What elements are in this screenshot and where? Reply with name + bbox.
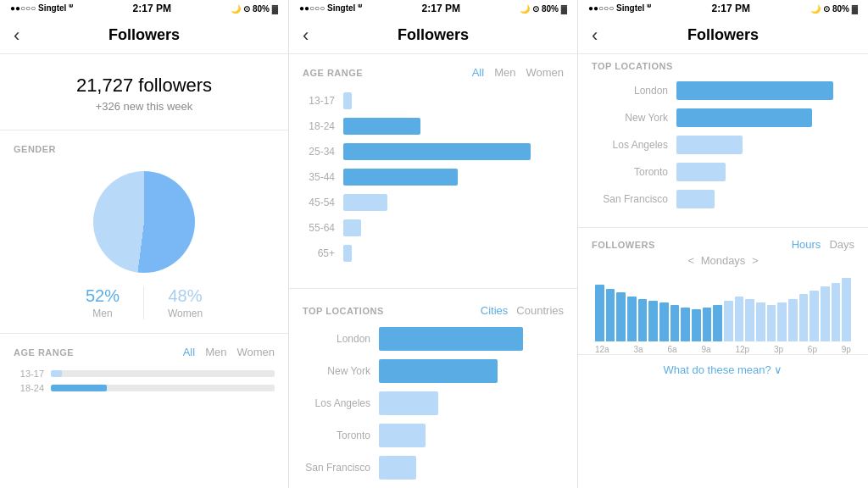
bar-fill-13-17	[343, 92, 352, 109]
hour-bar-18	[788, 299, 798, 341]
city-h-row-london: London	[592, 81, 854, 100]
bar-track-55-64	[343, 219, 564, 236]
back-button-1[interactable]: ‹	[14, 25, 19, 47]
age-range-label-2: AGE RANGE	[303, 68, 472, 78]
hour-bar-23	[842, 278, 851, 341]
city-h-row-sf: San Francisco	[592, 190, 854, 208]
age-tab-all-2[interactable]: All	[472, 66, 484, 79]
city-h-bar-toronto	[676, 163, 726, 181]
hour-bar-8	[681, 308, 690, 341]
hour-bar-21	[821, 286, 830, 341]
what-mean[interactable]: What do these mean? ∨	[578, 355, 868, 385]
hour-label-12a: 12a	[595, 345, 609, 354]
loc-tabs: Cities Countries	[481, 304, 564, 317]
bar-fill-55-64	[343, 219, 361, 236]
hour-bar-12	[724, 301, 733, 341]
mini-bar-fill-13-17	[51, 370, 62, 377]
city-h-label-sf: San Francisco	[592, 193, 668, 205]
status-bar-3: ●●○○○ Singtel ᐜ 2:17 PM 🌙 ⊙ 80% ▓	[578, 0, 868, 17]
time-1: 2:17 PM	[133, 3, 171, 14]
back-button-3[interactable]: ‹	[592, 25, 598, 47]
top-cities-panel: London New York Los Angeles Toronto San …	[578, 75, 868, 224]
gender-labels: 52% Men 48% Women	[14, 286, 275, 319]
gender-women: 48% Women	[144, 286, 226, 319]
top-locations-label: TOP LOCATIONS	[303, 306, 481, 316]
hour-bar-19	[799, 294, 809, 341]
hour-bar-16	[767, 305, 776, 341]
age-tab-women-1[interactable]: Women	[236, 346, 275, 358]
hour-bar-0	[595, 285, 604, 341]
age-tab-men-1[interactable]: Men	[205, 346, 226, 358]
age-range-header-2: AGE RANGE All Men Women	[289, 54, 577, 82]
mini-bar-fill-18-24	[51, 385, 107, 391]
hour-label-3p: 3p	[774, 345, 783, 354]
followers-chart-section: FOLLOWERS Hours Days < Mondays > 12a 3a …	[578, 231, 868, 354]
carrier-1: ●●○○○ Singtel ᐜ	[10, 3, 73, 14]
battery-1: 🌙 ⊙ 80% ▓	[231, 4, 278, 14]
next-day-icon[interactable]: >	[752, 254, 759, 267]
followers-new: +326 new this week	[14, 100, 275, 113]
city-h-bar-london	[676, 81, 833, 100]
status-bar-1: ●●○○○ Singtel ᐜ 2:17 PM 🌙 ⊙ 80% ▓	[0, 0, 288, 17]
mini-bar-row-18-24: 18-24	[14, 383, 275, 393]
panel-3: ●●○○○ Singtel ᐜ 2:17 PM 🌙 ⊙ 80% ▓ ‹ Foll…	[578, 0, 868, 488]
loc-tab-cities[interactable]: Cities	[481, 304, 509, 317]
nav-bar-1: ‹ Followers	[0, 17, 288, 54]
bar-row-18-24: 18-24	[303, 118, 564, 135]
city-h-label-toronto: Toronto	[592, 166, 668, 178]
bar-row-13-17: 13-17	[303, 92, 564, 109]
chart-tab-days[interactable]: Days	[829, 238, 854, 251]
men-label: Men	[92, 308, 112, 319]
city-bar-toronto-2	[379, 424, 426, 447]
carrier-2: ●●○○○ Singtel ᐜ	[299, 3, 362, 14]
loc-tab-countries[interactable]: Countries	[516, 304, 564, 317]
city-row-la-2: Los Angeles	[303, 391, 564, 415]
age-range-full: 13-17 18-24 25-34 35-44 45-54	[289, 82, 577, 285]
mini-bar-row-13-17: 13-17	[14, 369, 275, 379]
age-tab-men-2[interactable]: Men	[494, 66, 515, 79]
bar-label-65plus: 65+	[303, 247, 335, 259]
hour-bar-10	[703, 308, 712, 341]
city-h-row-toronto: Toronto	[592, 163, 854, 181]
bar-track-13-17	[343, 92, 564, 109]
bar-track-25-34	[343, 143, 564, 160]
prev-day-icon[interactable]: <	[687, 254, 694, 267]
hour-bar-3	[627, 297, 637, 341]
city-row-sf-2: San Francisco	[303, 456, 564, 480]
day-nav: < Mondays >	[592, 254, 854, 267]
city-row-newyork-2: New York	[303, 359, 564, 383]
page-title-3: Followers	[687, 26, 759, 44]
city-row-london-2: London	[303, 327, 564, 351]
bar-fill-25-34	[343, 143, 531, 160]
gender-section-label: GENDER	[0, 130, 288, 161]
back-button-2[interactable]: ‹	[303, 25, 309, 47]
hour-label-12p: 12p	[735, 345, 749, 354]
top-locations-header: TOP LOCATIONS Cities Countries	[289, 292, 577, 320]
panel-1: ●●○○○ Singtel ᐜ 2:17 PM 🌙 ⊙ 80% ▓ ‹ Foll…	[0, 0, 289, 488]
city-label-sf-2: San Francisco	[303, 462, 370, 474]
bar-fill-18-24	[343, 118, 420, 135]
battery-2: 🌙 ⊙ 80% ▓	[520, 4, 567, 14]
age-range-header-1: AGE RANGE All Men Women	[0, 334, 288, 362]
current-day: Mondays	[701, 254, 746, 267]
age-tab-all-1[interactable]: All	[183, 346, 195, 358]
hour-label-9p: 9p	[842, 345, 851, 354]
hour-label-6p: 6p	[808, 345, 817, 354]
hour-bar-11	[713, 305, 722, 341]
hour-bar-20	[810, 291, 819, 341]
nav-bar-2: ‹ Followers	[289, 17, 577, 54]
city-label-newyork-2: New York	[303, 365, 370, 377]
hour-bar-6	[659, 302, 669, 341]
chart-tab-hours[interactable]: Hours	[792, 238, 821, 251]
bar-row-45-54: 45-54	[303, 194, 564, 211]
men-percent: 52%	[86, 286, 120, 306]
mini-bars-1: 13-17 18-24	[0, 362, 288, 404]
hour-bar-22	[832, 283, 841, 341]
age-tabs-2: All Men Women	[472, 66, 564, 79]
hour-label-3a: 3a	[634, 345, 643, 354]
age-range-label-1: AGE RANGE	[14, 347, 183, 358]
hour-labels: 12a 3a 6a 9a 12p 3p 6p 9p	[592, 341, 854, 354]
age-tab-women-2[interactable]: Women	[526, 66, 564, 79]
city-h-label-newyork: New York	[592, 112, 668, 124]
city-label-toronto-2: Toronto	[303, 430, 370, 441]
